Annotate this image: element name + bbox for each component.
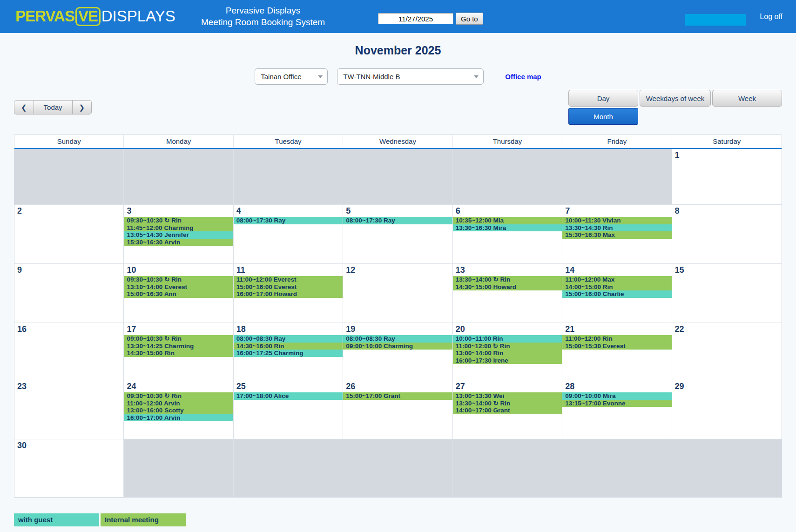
event-bar[interactable]: 13:30~16:30 Mira <box>453 224 562 232</box>
calendar-cell[interactable]: 2111:00~12:00 Rin15:00~15:30 Everest <box>562 323 672 380</box>
event-bar[interactable]: 15:00~16:00 Everest <box>234 283 343 291</box>
event-bar[interactable]: 08:00~08:30 Ray <box>343 335 452 343</box>
day-number: 19 <box>343 323 452 335</box>
event-bar[interactable]: 16:00~17:00 Arvin <box>124 414 233 422</box>
goto-button[interactable]: Go to <box>456 13 483 25</box>
event-bar[interactable]: 13:30~14:30 Rin <box>562 224 671 232</box>
event-bar[interactable]: 08:00~08:30 Ray <box>234 335 343 343</box>
event-bar[interactable]: 14:30~15:00 Rin <box>124 350 233 357</box>
calendar-cell[interactable]: 23 <box>14 380 124 439</box>
event-bar[interactable]: 16:00~17:30 Irene <box>453 357 562 364</box>
event-bar[interactable]: 13:10~14:00 Everest <box>124 283 233 291</box>
office-map-link[interactable]: Office map <box>505 73 541 81</box>
event-bar[interactable]: 13:30~14:00 ↻ Rin <box>453 400 562 407</box>
event-bar[interactable]: 15:00~16:30 Ann <box>124 290 233 298</box>
calendar-cell[interactable]: 710:00~11:30 Vivian13:30~14:30 Rin15:30~… <box>562 205 672 264</box>
event-bar[interactable]: 11:00~12:00 Rin <box>562 335 671 343</box>
event-bar[interactable]: 10:35~12:00 Mia <box>453 217 562 224</box>
event-bar[interactable]: 14:00~15:00 Rin <box>562 283 671 291</box>
event-bar[interactable]: 13:30~14:00 ↻ Rin <box>453 276 562 283</box>
event-bar[interactable]: 13:00~14:00 Rin <box>453 350 562 357</box>
calendar-cell[interactable]: 2010:00~11:00 Rin11:00~12:00 ↻ Rin13:00~… <box>453 323 562 380</box>
calendar-cell[interactable]: 12 <box>343 264 452 323</box>
room-select[interactable]: TW-TNN-Middle B <box>337 68 484 85</box>
day-number: 1 <box>672 149 782 161</box>
event-bar[interactable]: 11:00~12:00 ↻ Rin <box>453 343 562 350</box>
month-title: November 2025 <box>0 44 796 57</box>
calendar-cell[interactable]: 1009:30~10:30 ↻ Rin13:10~14:00 Everest15… <box>124 264 233 323</box>
event-bar[interactable]: 08:00~17:30 Ray <box>234 217 343 224</box>
event-bar[interactable]: 10:00~11:30 Vivian <box>562 217 671 224</box>
event-bar[interactable]: 16:00~17:25 Charming <box>234 350 343 357</box>
event-bar[interactable]: 14:00~17:00 Grant <box>453 407 562 414</box>
calendar-cell[interactable]: 16 <box>14 323 124 380</box>
calendar-cell[interactable]: 1908:00~08:30 Ray09:00~10:00 Charming <box>343 323 452 380</box>
event-bar[interactable]: 13:15~17:00 Evonne <box>562 400 671 407</box>
event-bar[interactable]: 09:00~10:00 Charming <box>343 343 452 350</box>
event-bar[interactable]: 10:00~11:00 Rin <box>453 335 562 343</box>
event-bar[interactable]: 13:00~13:30 Wei <box>453 392 562 400</box>
calendar-cell[interactable]: 2615:00~17:00 Grant <box>343 380 452 439</box>
day-number: 7 <box>562 205 671 217</box>
calendar-cell[interactable]: 30 <box>14 439 124 497</box>
view-weekdays-button[interactable]: Weekdays of week <box>640 90 711 107</box>
day-number: 5 <box>343 205 452 217</box>
office-select[interactable]: Tainan Office <box>255 68 328 85</box>
calendar-cell[interactable]: 29 <box>672 380 782 439</box>
event-bar[interactable]: 17:00~18:00 Alice <box>234 392 343 400</box>
calendar-cell[interactable]: 1111:00~12:00 Everest15:00~16:00 Everest… <box>234 264 343 323</box>
calendar-cell[interactable]: 610:35~12:00 Mia13:30~16:30 Mira <box>453 205 562 264</box>
prev-button[interactable]: ❮ <box>14 100 34 114</box>
weekday-header: Monday <box>124 135 233 148</box>
calendar-cell[interactable]: 22 <box>672 323 782 380</box>
event-bar[interactable]: 09:00~10:00 Mira <box>562 392 671 400</box>
calendar-cell[interactable]: 1411:00~12:00 Max14:00~15:00 Rin15:00~16… <box>562 264 672 323</box>
event-bar[interactable]: 15:30~16:30 Max <box>562 231 671 239</box>
event-bar[interactable]: 11:00~12:00 Arvin <box>124 400 233 407</box>
event-bar[interactable]: 14:30~16:00 Rin <box>234 343 343 350</box>
view-day-button[interactable]: Day <box>568 90 638 107</box>
calendar-cell[interactable]: 309:30~10:30 ↻ Rin11:45~12:00 Charming13… <box>124 205 233 264</box>
event-bar[interactable]: 09:30~10:30 ↻ Rin <box>124 392 233 400</box>
view-week-button[interactable]: Week <box>712 90 782 107</box>
calendar-cell[interactable]: 2517:00~18:00 Alice <box>234 380 343 439</box>
event-bar[interactable]: 15:30~16:30 Arvin <box>124 239 233 246</box>
calendar-cell[interactable]: 408:00~17:30 Ray <box>234 205 343 264</box>
log-off-link[interactable]: Log off <box>760 13 783 21</box>
calendar-cell[interactable]: 2409:30~10:30 ↻ Rin11:00~12:00 Arvin13:0… <box>124 380 233 439</box>
event-bar[interactable]: 13:00~16:00 Scotty <box>124 407 233 414</box>
view-month-button[interactable]: Month <box>568 108 638 125</box>
calendar-cell[interactable]: 2 <box>14 205 124 264</box>
calendar-cell[interactable]: 15 <box>672 264 782 323</box>
legend: with guest Internal meeting <box>14 513 796 526</box>
date-input[interactable] <box>378 13 453 24</box>
event-bar[interactable]: 15:00~16:00 Charlie <box>562 290 671 298</box>
event-bar[interactable]: 13:30~14:25 Charming <box>124 343 233 350</box>
event-bar[interactable]: 15:00~15:30 Everest <box>562 343 671 350</box>
event-bar[interactable]: 11:45~12:00 Charming <box>124 224 233 232</box>
event-bar[interactable]: 08:00~17:30 Ray <box>343 217 452 224</box>
calendar-cell[interactable]: 9 <box>14 264 124 323</box>
next-button[interactable]: ❯ <box>73 100 92 114</box>
calendar-cell[interactable]: 8 <box>672 205 782 264</box>
today-button[interactable]: Today <box>34 100 73 114</box>
event-bar[interactable]: 13:05~14:30 Jennifer <box>124 231 233 239</box>
event-bar[interactable]: 11:00~12:00 Everest <box>234 276 343 283</box>
event-bar[interactable]: 14:30~15:00 Howard <box>453 283 562 291</box>
event-bar[interactable]: 09:30~10:30 ↻ Rin <box>124 276 233 283</box>
calendar-cell[interactable]: 1313:30~14:00 ↻ Rin14:30~15:00 Howard <box>453 264 562 323</box>
calendar-cell[interactable]: 1 <box>672 149 782 205</box>
day-number: 12 <box>343 264 452 276</box>
calendar-cell[interactable]: 1709:00~10:30 ↻ Rin13:30~14:25 Charming1… <box>124 323 233 380</box>
event-bar[interactable]: 09:30~10:30 ↻ Rin <box>124 217 233 224</box>
calendar-cell[interactable]: 2713:00~13:30 Wei13:30~14:00 ↻ Rin14:00~… <box>453 380 562 439</box>
event-bar[interactable]: 09:00~10:30 ↻ Rin <box>124 335 233 343</box>
day-number: 9 <box>14 264 123 276</box>
event-bar[interactable]: 16:00~17:00 Howard <box>234 290 343 298</box>
calendar-cell[interactable]: 1808:00~08:30 Ray14:30~16:00 Rin16:00~17… <box>234 323 343 380</box>
calendar-cell[interactable]: 2809:00~10:00 Mira13:15~17:00 Evonne <box>562 380 672 439</box>
weekday-header: Tuesday <box>234 135 343 148</box>
event-bar[interactable]: 15:00~17:00 Grant <box>343 392 452 400</box>
event-bar[interactable]: 11:00~12:00 Max <box>562 276 671 283</box>
calendar-cell[interactable]: 508:00~17:30 Ray <box>343 205 452 264</box>
